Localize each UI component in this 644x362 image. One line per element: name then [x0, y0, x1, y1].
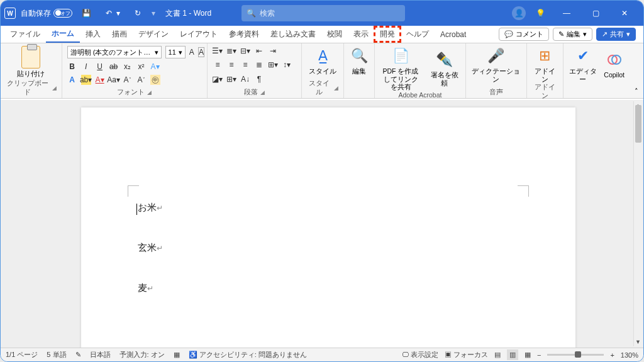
tab-references[interactable]: 参考資料: [223, 26, 265, 42]
collapse-ribbon-button[interactable]: ˄: [630, 43, 643, 98]
tab-draw[interactable]: 描画: [106, 26, 133, 42]
minimize-button[interactable]: —: [555, 4, 578, 22]
paragraph[interactable]: 玄米↵: [138, 242, 163, 254]
maximize-button[interactable]: ▢: [584, 4, 607, 22]
style-button[interactable]: A̲ スタイル: [307, 46, 338, 75]
zoom-in-button[interactable]: +: [610, 351, 614, 359]
request-sign-button[interactable]: ✒️ 署名を依頼: [429, 50, 460, 87]
copilot-button[interactable]: Copilot: [604, 50, 625, 79]
predictive-input[interactable]: 予測入力: オン: [119, 350, 165, 359]
tab-mailings[interactable]: 差し込み文書: [265, 26, 321, 42]
zoom-out-button[interactable]: −: [537, 351, 541, 359]
autosave[interactable]: 自動保存 オフ: [21, 8, 72, 19]
font-family-select[interactable]: 游明朝 (本文のフォント - 日本語)▾: [67, 46, 162, 58]
word-count[interactable]: 5 単語: [47, 350, 66, 359]
superscript-icon[interactable]: x²: [136, 62, 147, 72]
bold-icon[interactable]: B: [67, 62, 77, 72]
borders-icon[interactable]: ⊞▾: [226, 74, 236, 84]
font-color-icon[interactable]: A▾: [95, 75, 105, 85]
shrink-font-icon[interactable]: A˄: [123, 75, 133, 85]
tab-acrobat[interactable]: Acrobat: [435, 28, 472, 41]
undo-icon: ↶: [104, 8, 114, 18]
grow-font-icon[interactable]: A: [189, 47, 194, 57]
tab-review[interactable]: 校閲: [321, 26, 348, 42]
zoom-slider[interactable]: [547, 354, 604, 356]
save-button[interactable]: 💾: [77, 6, 95, 21]
voice-label: 音声: [489, 88, 503, 97]
align-left-icon[interactable]: ≡: [213, 60, 223, 70]
tab-help[interactable]: ヘルプ: [401, 26, 435, 42]
a11y-icon: ♿: [189, 351, 197, 358]
increase-indent-icon[interactable]: ⇥: [268, 46, 278, 56]
print-layout-icon[interactable]: ▥: [507, 349, 518, 360]
text-effects-icon[interactable]: A▾: [150, 62, 160, 72]
macro-icon[interactable]: ▦: [174, 351, 180, 359]
tab-layout[interactable]: レイアウト: [174, 26, 223, 42]
help-button[interactable]: 💡: [532, 6, 549, 20]
font-size-select[interactable]: 11▾: [165, 46, 186, 58]
group-acrobat: 📄 PDF を作成してリンクを共有 ✒️ 署名を依頼 Adobe Acrobat: [375, 43, 465, 98]
change-case-icon[interactable]: Aa▾: [109, 75, 119, 85]
account-button[interactable]: 👤: [512, 6, 526, 20]
tab-developer[interactable]: 開発: [374, 26, 401, 42]
redo-button[interactable]: ↻: [129, 6, 147, 21]
undo-button[interactable]: ↶▾: [100, 6, 124, 21]
font-outline-icon[interactable]: A: [67, 75, 77, 85]
search-input[interactable]: 🔍 検索: [242, 5, 405, 21]
decrease-indent-icon[interactable]: ⇤: [254, 46, 264, 56]
read-mode-icon[interactable]: ▤: [494, 351, 501, 359]
share-icon: ↗: [602, 30, 608, 38]
share-button[interactable]: ↗共有 ▾: [596, 28, 636, 41]
create-pdf-button[interactable]: 📄 PDF を作成してリンクを共有: [380, 46, 421, 91]
tab-design[interactable]: デザイン: [133, 26, 174, 42]
numbering-icon[interactable]: ≣▾: [226, 46, 236, 56]
spellcheck-icon[interactable]: ✎: [75, 351, 81, 359]
dictate-button[interactable]: 🎤 ディクテーション: [471, 46, 522, 83]
subscript-icon[interactable]: x₂: [123, 62, 133, 72]
scrollbar-thumb[interactable]: [635, 105, 641, 143]
tab-file[interactable]: ファイル: [4, 26, 46, 42]
align-right-icon[interactable]: ≡: [240, 60, 250, 70]
paragraph[interactable]: 麦↵: [138, 282, 153, 294]
line-spacing-icon[interactable]: ↕▾: [282, 60, 292, 70]
paragraph[interactable]: お米↵: [138, 202, 163, 214]
enclose-chars-icon[interactable]: ㊥: [150, 75, 160, 85]
addins-button[interactable]: ⊞ アドイン: [532, 46, 557, 83]
show-marks-icon[interactable]: ¶: [254, 74, 264, 84]
distribute-icon[interactable]: ⊞▾: [268, 60, 278, 70]
justify-icon[interactable]: ≣: [254, 60, 264, 70]
focus-mode[interactable]: ▣ フォーカス: [445, 350, 488, 359]
align-center-icon[interactable]: ≡: [226, 60, 236, 70]
editor-button[interactable]: ✔︎ エディター: [569, 46, 598, 83]
group-editor: ✔︎ エディター Copilot: [564, 43, 630, 98]
display-settings[interactable]: 🖵 表示設定: [402, 350, 438, 359]
acrobat-label: Adobe Acrobat: [399, 91, 442, 99]
language[interactable]: 日本語: [90, 350, 111, 359]
multilevel-icon[interactable]: ⊟▾: [240, 46, 250, 56]
bullets-icon[interactable]: ☰▾: [213, 46, 223, 56]
find-button[interactable]: 🔍 編集: [349, 46, 369, 75]
character-border-icon[interactable]: A: [198, 47, 204, 57]
web-layout-icon[interactable]: ▦: [525, 351, 531, 359]
autosave-toggle[interactable]: オフ: [53, 9, 72, 18]
tab-view[interactable]: 表示: [348, 26, 374, 42]
grow-font2-icon[interactable]: A˅: [136, 75, 147, 85]
vertical-scrollbar[interactable]: ▲ ▼: [633, 101, 642, 346]
italic-icon[interactable]: I: [81, 62, 91, 72]
underline-icon[interactable]: U: [95, 62, 105, 72]
zoom-value[interactable]: 130%: [621, 351, 638, 359]
highlight-icon[interactable]: ab▾: [81, 75, 91, 85]
comments-button[interactable]: 💬コメント: [499, 28, 549, 41]
page-count[interactable]: 1/1 ページ: [6, 350, 38, 359]
accessibility-status[interactable]: ♿ アクセシビリティ: 問題ありません: [189, 350, 307, 359]
tab-insert[interactable]: 挿入: [80, 26, 106, 42]
shading-icon[interactable]: ◪▾: [213, 74, 223, 84]
scroll-down-icon[interactable]: ▼: [634, 337, 642, 346]
sort-icon[interactable]: A↓: [240, 74, 250, 84]
tab-home[interactable]: ホーム: [46, 26, 80, 43]
paste-button[interactable]: 貼り付け: [6, 46, 57, 78]
close-button[interactable]: ✕: [613, 4, 636, 22]
page[interactable]: お米↵ 玄米↵ 麦↵: [81, 107, 575, 348]
editing-mode-button[interactable]: ✎編集 ▾: [553, 28, 592, 41]
strike-icon[interactable]: ab: [109, 62, 119, 72]
